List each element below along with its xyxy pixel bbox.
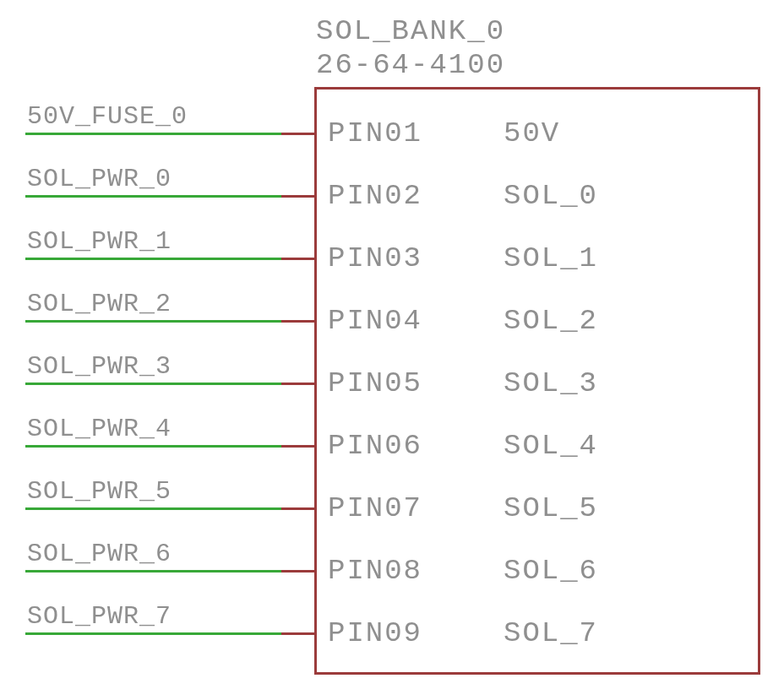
pin-number-label: PIN02 [328, 180, 422, 212]
pin-stub [281, 632, 317, 635]
pin-signal-label: SOL_6 [504, 555, 598, 587]
net-wire [25, 383, 281, 385]
pin-row-08: SOL_PWR_6 PIN08 SOL_6 [25, 563, 760, 597]
net-wire [25, 445, 281, 448]
pin-signal-label: SOL_1 [504, 242, 598, 274]
pin-stub [281, 383, 317, 385]
net-wire [25, 195, 281, 198]
pin-stub [281, 133, 317, 135]
pin-row-07: SOL_PWR_5 PIN07 SOL_5 [25, 501, 760, 534]
pin-row-06: SOL_PWR_4 PIN06 SOL_4 [25, 438, 760, 472]
net-label: SOL_PWR_7 [27, 602, 172, 631]
pin-signal-label: SOL_5 [504, 492, 598, 524]
net-wire [25, 133, 281, 135]
pin-stub [281, 320, 317, 323]
pin-number-label: PIN09 [328, 617, 422, 649]
pin-signal-label: SOL_2 [504, 305, 598, 337]
pin-row-02: SOL_PWR_0 PIN02 SOL_0 [25, 188, 760, 222]
net-label: SOL_PWR_2 [27, 290, 172, 318]
pin-number-label: PIN07 [328, 492, 422, 524]
pin-row-01: 50V_FUSE_0 PIN01 50V [25, 126, 760, 160]
pin-stub [281, 258, 317, 260]
component-name: SOL_BANK_0 [316, 15, 505, 47]
pin-row-09: SOL_PWR_7 PIN09 SOL_7 [25, 626, 760, 659]
pin-number-label: PIN06 [328, 430, 422, 462]
pin-row-03: SOL_PWR_1 PIN03 SOL_1 [25, 251, 760, 285]
net-label: SOL_PWR_4 [27, 415, 172, 443]
net-label: 50V_FUSE_0 [27, 102, 188, 131]
pin-signal-label: 50V [504, 117, 560, 149]
pin-number-label: PIN08 [328, 555, 422, 587]
net-wire [25, 258, 281, 260]
pin-stub [281, 507, 317, 510]
net-label: SOL_PWR_6 [27, 540, 172, 568]
component-value: 26-64-4100 [316, 49, 505, 81]
net-wire [25, 320, 281, 323]
pin-stub [281, 445, 317, 448]
net-label: SOL_PWR_0 [27, 165, 172, 193]
pin-signal-label: SOL_3 [504, 367, 598, 399]
pin-number-label: PIN03 [328, 242, 422, 274]
pin-signal-label: SOL_7 [504, 617, 598, 649]
net-label: SOL_PWR_3 [27, 352, 172, 381]
net-wire [25, 632, 281, 635]
pin-signal-label: SOL_0 [504, 180, 598, 212]
net-wire [25, 570, 281, 572]
net-label: SOL_PWR_1 [27, 227, 172, 256]
pin-number-label: PIN04 [328, 305, 422, 337]
net-label: SOL_PWR_5 [27, 477, 172, 506]
pin-row-05: SOL_PWR_3 PIN05 SOL_3 [25, 376, 760, 410]
net-wire [25, 507, 281, 510]
pin-number-label: PIN05 [328, 367, 422, 399]
pin-stub [281, 195, 317, 198]
pin-number-label: PIN01 [328, 117, 422, 149]
pin-signal-label: SOL_4 [504, 430, 598, 462]
pin-stub [281, 570, 317, 572]
pin-row-04: SOL_PWR_2 PIN04 SOL_2 [25, 313, 760, 347]
